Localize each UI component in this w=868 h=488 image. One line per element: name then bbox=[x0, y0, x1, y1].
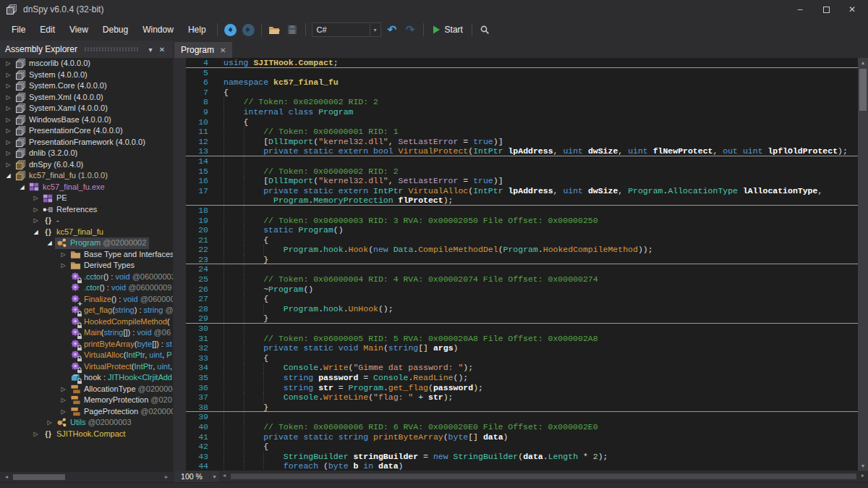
tree-item[interactable]: ▷{ }SJITHook.Compact bbox=[0, 429, 173, 440]
tree-item[interactable]: ▷PresentationFramework (4.0.0.0) bbox=[0, 137, 173, 148]
code-line[interactable]: 13private static extern bool VirtualProt… bbox=[186, 146, 858, 156]
menu-item-help[interactable]: Help bbox=[181, 21, 213, 38]
tree-item[interactable]: ▷PresentationCore (4.0.0.0) bbox=[0, 125, 173, 137]
code-line[interactable]: 32private static void Main(string[] args… bbox=[186, 343, 858, 353]
code-line[interactable]: 31// Token: 0x06000005 RID: 5 RVA: 0x000… bbox=[186, 334, 858, 344]
tree-item[interactable]: hook : JITHook<ClrjitAdd bbox=[0, 372, 173, 384]
scroll-right-icon[interactable]: ▸ bbox=[858, 471, 868, 481]
expander-icon[interactable]: ▷ bbox=[58, 260, 69, 272]
code-line[interactable]: 42{ bbox=[186, 442, 858, 452]
code-line[interactable]: 36string str = Program.get_flag(password… bbox=[186, 383, 858, 393]
expander-icon[interactable]: ▷ bbox=[3, 137, 14, 148]
search-button[interactable] bbox=[476, 21, 494, 38]
tree-item[interactable]: ▷dnlib (3.2.0.0) bbox=[0, 148, 173, 159]
expander-icon[interactable]: ▷ bbox=[58, 249, 69, 261]
panel-menu-caret-icon[interactable]: ▾ bbox=[145, 46, 156, 54]
code-line[interactable]: 10{ bbox=[186, 117, 858, 127]
tree-item[interactable]: ▷References bbox=[0, 204, 173, 216]
tree-item[interactable]: ◢kc57_final_fu (1.0.0.0) bbox=[0, 170, 173, 182]
code-line[interactable]: 20static Program() bbox=[186, 225, 858, 235]
expander-icon[interactable]: ▷ bbox=[3, 148, 14, 159]
code-line[interactable]: Program.MemoryProtection flProtect); bbox=[186, 195, 858, 206]
scrollbar-thumb[interactable] bbox=[13, 474, 65, 480]
close-button[interactable]: ✕ bbox=[839, 1, 865, 17]
code-line[interactable]: 44foreach (byte b in data) bbox=[186, 461, 858, 471]
expander-icon[interactable]: ◢ bbox=[44, 237, 55, 249]
expander-icon[interactable]: ▷ bbox=[58, 395, 69, 406]
expander-icon[interactable]: ▷ bbox=[30, 193, 41, 204]
tree-item[interactable]: ▷Derived Types bbox=[0, 260, 173, 272]
expander-icon[interactable]: ▷ bbox=[3, 70, 14, 81]
menu-item-file[interactable]: File bbox=[4, 21, 33, 38]
code-line[interactable]: 16[DllImport("kernel32.dll", SetLastErro… bbox=[186, 176, 858, 186]
expander-icon[interactable]: ▷ bbox=[30, 215, 41, 227]
tree-item[interactable]: .ctor() : void @06000009 bbox=[0, 282, 173, 294]
breakpoint-margin[interactable] bbox=[174, 58, 186, 471]
expander-icon[interactable]: ▷ bbox=[3, 92, 14, 104]
expander-icon[interactable]: ▷ bbox=[3, 58, 14, 70]
tree-item[interactable]: ▷System.Xaml (4.0.0.0) bbox=[0, 103, 173, 114]
code-line[interactable]: 33{ bbox=[186, 353, 858, 363]
tree-item[interactable]: .cctor() : void @06000003 bbox=[0, 272, 173, 283]
tree-item[interactable]: VirtualAlloc(IntPtr, uint, P bbox=[0, 350, 173, 361]
tree-item[interactable]: ▷System.Xml (4.0.0.0) bbox=[0, 92, 173, 104]
redo-button[interactable]: ↷ bbox=[401, 21, 420, 38]
language-combobox[interactable]: C# ▾ bbox=[312, 22, 381, 37]
code-line[interactable]: 35string password = Console.ReadLine(); bbox=[186, 373, 858, 383]
scroll-left-icon[interactable]: ◂ bbox=[219, 471, 229, 481]
tree-item[interactable]: ▷mscorlib (4.0.0.0) bbox=[0, 58, 173, 70]
menu-item-edit[interactable]: Edit bbox=[33, 21, 62, 38]
code-line[interactable]: 15// Token: 0x06000002 RID: 2 bbox=[186, 167, 858, 177]
tree-item[interactable]: ▷AllocationType @0200000 bbox=[0, 384, 173, 395]
code-line[interactable]: 17private static extern IntPtr VirtualAl… bbox=[186, 186, 858, 196]
tree-item[interactable]: ◢kc57_final_fu.exe bbox=[0, 182, 173, 193]
editor-horizontal-scrollbar[interactable]: ◂ ▸ bbox=[219, 471, 868, 482]
zoom-level-combobox[interactable]: 100 % bbox=[174, 471, 209, 482]
code-line[interactable]: 7{ bbox=[186, 88, 858, 98]
code-line[interactable]: 19// Token: 0x06000003 RID: 3 RVA: 0x000… bbox=[186, 216, 858, 226]
code-line[interactable]: 26~Program() bbox=[186, 285, 858, 295]
expander-icon[interactable]: ◢ bbox=[30, 227, 41, 238]
scrollbar-thumb[interactable] bbox=[859, 69, 867, 111]
code-line[interactable]: 22Program.hook.Hook(new Data.CompileMeth… bbox=[186, 245, 858, 255]
tree-item[interactable]: ▷WindowsBase (4.0.0.0) bbox=[0, 114, 173, 126]
tree-item[interactable]: VirtualProtect(IntPtr, uint, bbox=[0, 361, 173, 373]
code-line[interactable]: 18 bbox=[186, 206, 858, 216]
scroll-left-icon[interactable]: ◂ bbox=[1, 472, 12, 482]
combobox-caret-icon[interactable]: ▾ bbox=[370, 23, 380, 36]
code-line[interactable]: 9internal class Program bbox=[186, 107, 858, 117]
tree-item[interactable]: HookedCompileMethod( bbox=[0, 316, 173, 328]
undo-button[interactable]: ↶ bbox=[383, 21, 401, 38]
code-line[interactable]: 28Program.hook.UnHook(); bbox=[186, 304, 858, 314]
code-line[interactable]: 39 bbox=[186, 412, 858, 422]
code-line[interactable]: 38} bbox=[186, 403, 858, 413]
scroll-right-icon[interactable]: ▸ bbox=[161, 472, 171, 482]
tree-item[interactable]: ▷System (4.0.0.0) bbox=[0, 70, 173, 81]
minimize-button[interactable]: – bbox=[787, 1, 813, 17]
code-line[interactable]: 40// Token: 0x06000006 RID: 6 RVA: 0x000… bbox=[186, 422, 858, 432]
code-line[interactable]: 41private static string printByteArray(b… bbox=[186, 432, 858, 442]
code-content[interactable]: 4using SJITHook.Compact;56namespace kc57… bbox=[186, 58, 858, 471]
save-all-button[interactable] bbox=[284, 21, 302, 38]
code-line[interactable]: 11// Token: 0x06000001 RID: 1 bbox=[186, 127, 858, 137]
code-editor[interactable]: 4using SJITHook.Compact;56namespace kc57… bbox=[174, 58, 868, 471]
start-debug-button[interactable]: Start bbox=[427, 25, 468, 35]
tab-close-icon[interactable]: ✕ bbox=[220, 46, 226, 54]
tree-item[interactable]: ▷Base Type and Interfaces bbox=[0, 249, 173, 261]
editor-vertical-scrollbar[interactable]: ▴ ▾ bbox=[858, 58, 868, 471]
expander-icon[interactable]: ◢ bbox=[17, 182, 27, 193]
tree-item[interactable]: ◢{ }kc57_final_fu bbox=[0, 227, 173, 238]
code-line[interactable]: 6namespace kc57_final_fu bbox=[186, 77, 858, 88]
expander-icon[interactable]: ▷ bbox=[3, 103, 14, 114]
tree-item[interactable]: ▷PageProtection @020000 bbox=[0, 406, 173, 418]
expander-icon[interactable]: ▷ bbox=[3, 114, 14, 126]
tree-item[interactable]: ◢Program @02000002 bbox=[0, 237, 173, 249]
code-line[interactable]: 14 bbox=[186, 156, 858, 167]
expander-icon[interactable]: ▷ bbox=[30, 204, 41, 216]
tree-item[interactable]: Finalize() : void @0600000 bbox=[0, 294, 173, 306]
tree-item[interactable]: ▷Utils @02000003 bbox=[0, 417, 173, 429]
scroll-up-icon[interactable]: ▴ bbox=[861, 58, 864, 67]
tree-item[interactable]: printByteArray(byte[]) : st bbox=[0, 339, 173, 350]
code-line[interactable]: 27{ bbox=[186, 294, 858, 304]
code-line[interactable]: 43StringBuilder stringBuilder = new Stri… bbox=[186, 452, 858, 462]
